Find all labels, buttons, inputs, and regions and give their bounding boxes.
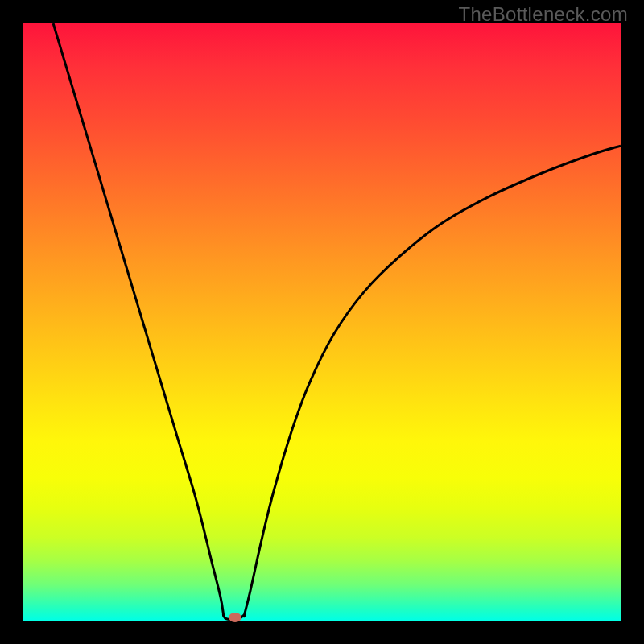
minimum-marker — [229, 613, 242, 622]
chart-frame: TheBottleneck.com — [0, 0, 644, 644]
bottleneck-curve — [23, 23, 621, 621]
plot-area — [23, 23, 621, 621]
watermark-text: TheBottleneck.com — [458, 3, 628, 26]
